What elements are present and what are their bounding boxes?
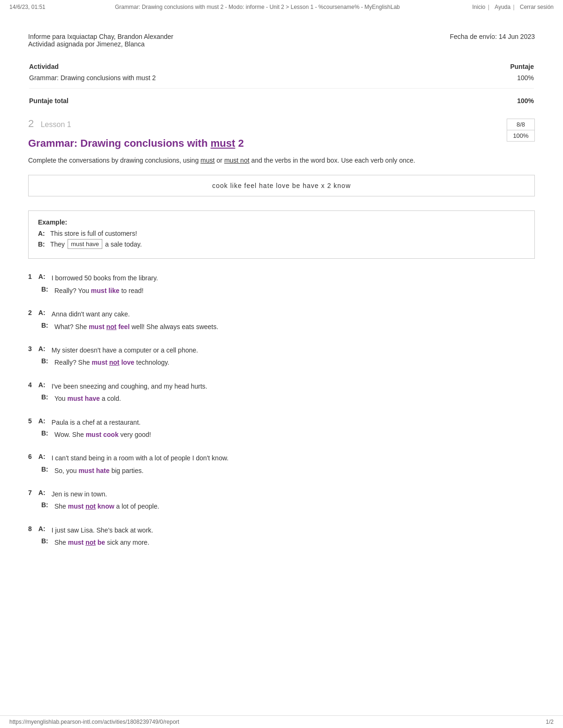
or-text: or — [215, 157, 224, 164]
example-b-speaker: B: — [38, 240, 47, 248]
example-a-speaker: A: — [38, 230, 47, 237]
main-content: Informe para Ixquiactap Chay, Brandon Al… — [0, 14, 563, 580]
total-score: 100% — [455, 94, 534, 107]
breadcrumb-number: 2 — [28, 118, 34, 129]
qa-number-1: 1 — [28, 273, 32, 280]
timestamp: 14/6/23, 01:51 — [9, 4, 46, 10]
col2-header: Puntaje — [455, 61, 534, 72]
score-fraction: 8/8 — [507, 119, 534, 130]
qa-a-text-7: Jen is new in town. — [52, 489, 107, 499]
qa-b-answer-6: must hate — [78, 467, 109, 474]
example-b-line: B: They must have a sale today. — [38, 239, 525, 249]
qa-b-row-6: B: So, you must hate big parties. — [41, 465, 535, 476]
qa-a-text-1: I borrowed 50 books from the library. — [52, 273, 158, 283]
qa-a-row-5: 5 A: Paula is a chef at a restaurant. — [28, 417, 535, 428]
inicio-link[interactable]: Inicio — [472, 4, 486, 10]
qa-section-4: 4 A: I've been sneezing and coughing, an… — [28, 381, 535, 404]
example-a-text: This store is full of customers! — [50, 230, 137, 237]
footer-url: https://myenglishlab.pearson-intl.com/ac… — [9, 719, 179, 725]
qa-b-text-7: She must not know a lot of people. — [54, 501, 159, 511]
qa-a-row-6: 6 A: I can't stand being in a room with … — [28, 453, 535, 463]
qa-number-5: 5 — [28, 417, 32, 425]
qa-a-speaker-2: A: — [38, 309, 48, 316]
example-b-pre: They — [50, 240, 65, 248]
activity-name: Grammar: Drawing conclusions with must 2 — [29, 73, 454, 83]
footer-page: 1/2 — [546, 719, 554, 725]
qa-a-speaker-5: A: — [38, 417, 48, 425]
top-bar: 14/6/23, 01:51 Grammar: Drawing conclusi… — [0, 0, 563, 14]
instructions-pre: Complete the conversations by drawing co… — [28, 157, 200, 164]
qa-b-row-5: B: Wow. She must cook very good! — [41, 429, 535, 440]
questions-container: 1 A: I borrowed 50 books from the librar… — [28, 273, 535, 548]
qa-b-answer-8: must not be — [68, 539, 105, 546]
qa-b-speaker-1: B: — [41, 285, 51, 293]
qa-a-text-5: Paula is a chef at a restaurant. — [52, 417, 141, 428]
must-text: must — [200, 157, 214, 164]
qa-b-answer-1: must like — [91, 287, 120, 294]
activity-title-post: 2 — [235, 137, 243, 149]
qa-b-row-4: B: You must have a cold. — [41, 393, 535, 404]
activity-title: Grammar: Drawing conclusions with must 2 — [28, 137, 535, 150]
word-box: cook like feel hate love be have x 2 kno… — [28, 175, 535, 196]
word-box-words: cook like feel hate love be have x 2 kno… — [212, 182, 351, 189]
qa-a-text-4: I've been sneezing and coughing, and my … — [52, 381, 207, 391]
ayuda-link[interactable]: Ayuda — [495, 4, 510, 10]
qa-a-row-2: 2 A: Anna didn't want any cake. — [28, 309, 535, 319]
qa-a-text-3: My sister doesn't have a computer or a c… — [52, 345, 198, 355]
qa-b-text-2: What? She must not feel well! She always… — [54, 322, 218, 332]
example-a-line: A: This store is full of customers! — [38, 230, 525, 237]
fecha-value: 14 Jun 2023 — [499, 33, 535, 40]
qa-number-3: 3 — [28, 345, 32, 353]
score-table: Actividad Puntaje Grammar: Drawing concl… — [28, 60, 535, 108]
must-not-text: must not — [224, 157, 250, 164]
example-b-post: a sale today. — [105, 240, 142, 248]
qa-b-text-8: She must not be sick any more. — [54, 537, 149, 548]
qa-b-speaker-8: B: — [41, 537, 51, 545]
qa-b-text-3: Really? She must not love technology. — [54, 357, 169, 368]
example-label: Example: — [38, 218, 525, 226]
col1-header: Actividad — [29, 61, 454, 72]
qa-b-row-7: B: She must not know a lot of people. — [41, 501, 535, 511]
qa-section-3: 3 A: My sister doesn't have a computer o… — [28, 345, 535, 368]
report-header-right: Fecha de envío: 14 Jun 2023 — [450, 33, 535, 55]
qa-b-row-1: B: Really? You must like to read! — [41, 285, 535, 296]
qa-b-answer-5: must cook — [86, 431, 119, 438]
cerrar-sesion-link[interactable]: Cerrar sesión — [520, 4, 554, 10]
qa-b-text-6: So, you must hate big parties. — [54, 465, 144, 476]
qa-a-text-2: Anna didn't want any cake. — [52, 309, 130, 319]
footer-bar: https://myenglishlab.pearson-intl.com/ac… — [0, 715, 563, 728]
qa-b-answer-3: must not love — [91, 359, 134, 366]
qa-a-speaker-8: A: — [38, 525, 48, 533]
score-box: 8/8 100% — [507, 119, 535, 142]
qa-a-speaker-6: A: — [38, 453, 48, 460]
qa-section-8: 8 A: I just saw Lisa. She's back at work… — [28, 525, 535, 548]
breadcrumb-lesson: Lesson 1 — [41, 120, 71, 128]
qa-number-2: 2 — [28, 309, 32, 316]
qa-a-speaker-7: A: — [38, 489, 48, 496]
qa-b-answer-2: must not feel — [89, 323, 129, 330]
informe-para: Informe para Ixquiactap Chay, Brandon Al… — [28, 33, 173, 40]
qa-b-speaker-6: B: — [41, 465, 51, 473]
activity-score: 100% — [455, 73, 534, 83]
qa-b-speaker-4: B: — [41, 393, 51, 401]
qa-b-answer-7: must not know — [68, 503, 114, 510]
qa-section-7: 7 A: Jen is new in town. B: She must not… — [28, 489, 535, 512]
assigned-by: Actividad asignada por Jimenez, Blanca — [28, 40, 173, 48]
qa-a-row-8: 8 A: I just saw Lisa. She's back at work… — [28, 525, 535, 535]
fecha-label: Fecha de envío: — [450, 33, 497, 40]
browser-title: Grammar: Drawing conclusions with must 2… — [46, 4, 470, 10]
qa-b-speaker-7: B: — [41, 501, 51, 509]
qa-section-1: 1 A: I borrowed 50 books from the librar… — [28, 273, 535, 296]
activity-section: 8/8 100% Grammar: Drawing conclusions wi… — [28, 137, 535, 561]
activity-title-pre: Grammar: Drawing conclusions with — [28, 137, 211, 149]
score-box-container: 8/8 100% — [507, 119, 535, 142]
total-label: Puntaje total — [29, 94, 454, 107]
report-header: Informe para Ixquiactap Chay, Brandon Al… — [28, 33, 535, 55]
qa-a-row-4: 4 A: I've been sneezing and coughing, an… — [28, 381, 535, 391]
example-b-answer: must have — [68, 239, 102, 249]
score-percent: 100% — [507, 130, 534, 141]
qa-b-text-4: You must have a cold. — [54, 393, 121, 404]
qa-b-speaker-2: B: — [41, 322, 51, 329]
qa-b-text-1: Really? You must like to read! — [54, 285, 144, 296]
qa-b-row-8: B: She must not be sick any more. — [41, 537, 535, 548]
